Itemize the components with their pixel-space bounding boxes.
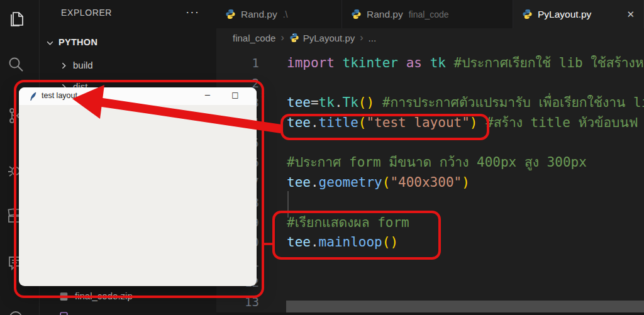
code-token: ) <box>462 175 470 190</box>
code-token: . <box>311 235 319 250</box>
code-line: 4tee.title("test layout") #สร้าง title ห… <box>216 113 644 133</box>
code-token: #ประกาศเรียกใช้ lib ใช้สร้างห <box>454 55 644 70</box>
code-token: Tk <box>343 95 358 110</box>
code-token: = <box>311 95 319 110</box>
more-actions-icon[interactable]: ··· <box>186 5 199 19</box>
code-token: tee <box>287 115 311 130</box>
code-token: . <box>335 95 343 110</box>
code-token: #ประกาศ form มีขนาด กว้าง 400px สูง 300p… <box>287 155 587 170</box>
code-text: import tkinter as tk #ประกาศเรียกใช้ lib… <box>259 53 644 74</box>
tab-bar: Rand.py .\ Rand.py final_code PyLayout.p… <box>216 0 644 28</box>
code-token: tkinter <box>343 55 399 70</box>
breadcrumb-folder[interactable]: final_code <box>233 33 275 43</box>
editor-guide-line <box>287 191 289 218</box>
horizontal-scrollbar[interactable] <box>286 301 644 312</box>
code-token: . <box>311 175 319 190</box>
tkinter-title-bar[interactable]: test layout ─ □ ✕ <box>19 87 257 105</box>
editor-bottom-edge <box>216 312 644 315</box>
profile-icon[interactable] <box>6 302 26 315</box>
tk-feather-icon <box>29 92 37 101</box>
tab-detail: final_code <box>409 9 449 19</box>
chevron-right-icon <box>60 62 68 70</box>
code-text: tee.geometry("400x300") <box>259 173 644 193</box>
code-text: tee=tk.Tk() #การประกาศตัวแปรมารับ เพื่อเ… <box>259 93 644 113</box>
search-icon[interactable] <box>6 54 26 74</box>
code-editor[interactable]: 1import tkinter as tk #ประกาศเรียกใช้ li… <box>216 53 644 315</box>
code-text <box>259 273 644 293</box>
chevron-down-icon <box>46 39 54 47</box>
code-token: . <box>311 115 319 130</box>
code-text: #ประกาศ form มีขนาด กว้าง 400px สูง 300p… <box>259 153 644 173</box>
code-line: 8 <box>216 193 644 213</box>
code-line: 12 <box>216 273 644 293</box>
tab-label: Rand.py <box>241 9 277 20</box>
code-line: 10tee.mainloop() <box>216 233 644 253</box>
code-token: ) <box>470 115 478 130</box>
python-icon <box>225 9 236 19</box>
code-token: #การประกาศตัวแปรมารับ เพื่อเรียกใช้งาน l… <box>382 95 644 110</box>
minimize-button[interactable]: ─ <box>202 91 213 102</box>
tree-item-label: build <box>73 60 93 70</box>
code-text <box>259 74 644 94</box>
code-token <box>446 55 454 70</box>
breadcrumb-file[interactable]: PyLayout.py <box>303 33 355 43</box>
breadcrumb-symbols[interactable]: ... <box>369 33 377 43</box>
tab-rand-py-2[interactable]: Rand.py final_code <box>342 0 513 28</box>
breadcrumb-separator: › <box>360 32 363 43</box>
tab-rand-py-1[interactable]: Rand.py .\ <box>216 0 342 28</box>
tree-item-label: final_code.zip <box>75 290 133 301</box>
code-token <box>398 55 406 70</box>
zip-file-icon <box>58 291 69 302</box>
code-token: tk <box>430 55 446 70</box>
code-text <box>259 253 644 273</box>
breadcrumb[interactable]: final_code › PyLayout.py › ... <box>216 28 644 47</box>
code-text: #เรียกแสดงผล form <box>259 213 644 233</box>
code-line: 1import tkinter as tk #ประกาศเรียกใช้ li… <box>216 53 644 74</box>
close-button[interactable]: ✕ <box>257 91 269 102</box>
tab-pylayout-py[interactable]: PyLayout.py ✕ <box>513 0 644 28</box>
breadcrumb-separator: › <box>280 32 284 43</box>
code-token: () <box>358 95 374 110</box>
tkinter-window-title: test layout <box>42 91 77 100</box>
tree-item-final-code-zip[interactable]: final_code.zip <box>40 288 216 305</box>
code-lines: 1import tkinter as tk #ประกาศเรียกใช้ li… <box>216 53 644 312</box>
code-token: mainloop <box>319 235 382 250</box>
code-line: 3tee=tk.Tk() #การประกาศตัวแปรมารับ เพื่อ… <box>216 93 644 113</box>
python-icon <box>289 33 299 43</box>
close-icon[interactable]: ✕ <box>618 9 635 20</box>
code-token: ( <box>382 175 391 190</box>
code-line: 2 <box>216 74 644 94</box>
code-token: tee <box>287 175 311 190</box>
section-label: PYTHON <box>58 37 97 47</box>
code-line: 9#เรียกแสดงผล form <box>216 213 644 233</box>
code-token: import <box>287 55 335 70</box>
code-token: title <box>319 115 358 130</box>
section-python[interactable]: PYTHON <box>40 35 216 52</box>
files-icon[interactable] <box>6 9 26 29</box>
code-token: ( <box>358 115 367 130</box>
code-line: 5 <box>216 133 644 153</box>
code-token: #สร้าง title หัวข้อบนฟ <box>486 115 638 130</box>
explorer-title: EXPLORER <box>61 8 112 18</box>
code-text: tee.title("test layout") #สร้าง title หั… <box>259 113 644 133</box>
vscode-window: final_code › PyLayout.py › ... 1import t… <box>0 0 644 315</box>
python-icon <box>522 9 533 19</box>
tab-detail: .\ <box>283 9 288 19</box>
code-token <box>422 55 430 70</box>
code-token: tk <box>319 95 335 110</box>
code-token: #เรียกแสดงผล form <box>287 215 409 230</box>
tab-label: PyLayout.py <box>538 9 591 20</box>
code-text: tee.mainloop() <box>259 233 644 253</box>
tab-label: Rand.py <box>367 9 403 20</box>
code-token <box>374 95 382 110</box>
tree-item-partial[interactable] <box>40 308 216 315</box>
tkinter-window: test layout ─ □ ✕ <box>19 87 257 286</box>
code-line: 7tee.geometry("400x300") <box>216 173 644 193</box>
code-token: geometry <box>319 175 382 190</box>
code-line: 11 <box>216 253 644 273</box>
tree-item-build[interactable]: build <box>40 57 216 74</box>
line-number: 1 <box>216 53 259 74</box>
code-token: () <box>382 235 398 250</box>
code-token: "test layout" <box>366 115 469 130</box>
maximize-button[interactable]: □ <box>230 91 241 102</box>
